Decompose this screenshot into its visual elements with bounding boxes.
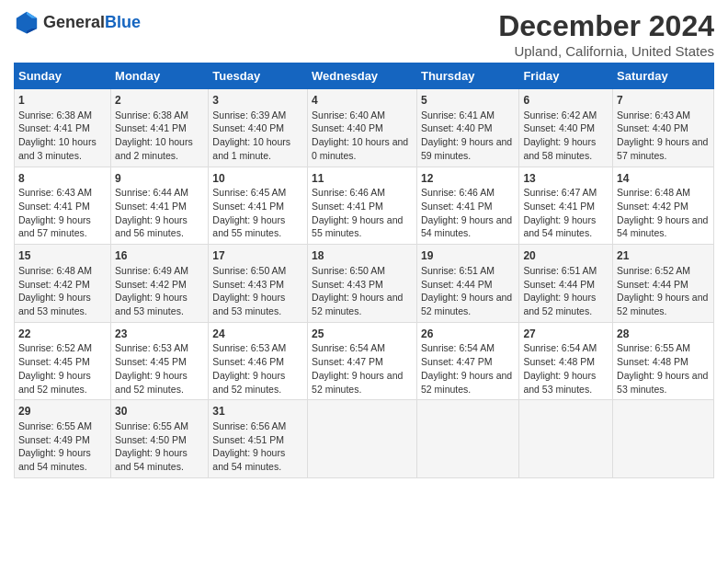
sunset-text: Sunset: 4:40 PM (421, 122, 493, 133)
sunset-text: Sunset: 4:41 PM (18, 201, 90, 212)
sunset-text: Sunset: 4:41 PM (421, 201, 493, 212)
day-number: 18 (312, 248, 413, 264)
daylight-text: Daylight: 9 hours and 52 minutes. (421, 292, 512, 316)
daylight-text: Daylight: 9 hours and 59 minutes. (421, 136, 512, 161)
daylight-text: Daylight: 10 hours and 1 minute. (212, 136, 290, 161)
sunset-text: Sunset: 4:43 PM (312, 279, 383, 290)
calendar-cell (416, 400, 518, 478)
calendar-cell: 22Sunrise: 6:52 AMSunset: 4:45 PMDayligh… (15, 322, 111, 400)
calendar-cell: 21Sunrise: 6:52 AMSunset: 4:44 PMDayligh… (613, 245, 714, 323)
week-row-4: 22Sunrise: 6:52 AMSunset: 4:45 PMDayligh… (15, 322, 714, 400)
calendar-cell: 9Sunrise: 6:44 AMSunset: 4:41 PMDaylight… (111, 167, 209, 245)
sunrise-text: Sunrise: 6:38 AM (18, 109, 92, 121)
calendar-cell: 25Sunrise: 6:54 AMSunset: 4:47 PMDayligh… (308, 322, 417, 400)
daylight-text: Daylight: 9 hours and 55 minutes. (312, 214, 403, 239)
day-number: 4 (312, 93, 413, 109)
week-row-2: 8Sunrise: 6:43 AMSunset: 4:41 PMDaylight… (15, 167, 714, 245)
daylight-text: Daylight: 9 hours and 52 minutes. (312, 292, 403, 316)
daylight-text: Daylight: 9 hours and 52 minutes. (212, 370, 285, 395)
calendar-header: SundayMondayTuesdayWednesdayThursdayFrid… (15, 63, 714, 89)
sunrise-text: Sunrise: 6:53 AM (115, 342, 188, 353)
daylight-text: Daylight: 9 hours and 52 minutes. (18, 370, 91, 395)
daylight-text: Daylight: 9 hours and 53 minutes. (212, 292, 285, 316)
sunrise-text: Sunrise: 6:46 AM (312, 187, 385, 198)
header-day-wednesday: Wednesday (308, 63, 417, 89)
calendar-cell: 26Sunrise: 6:54 AMSunset: 4:47 PMDayligh… (416, 322, 518, 400)
daylight-text: Daylight: 9 hours and 54 minutes. (212, 447, 285, 472)
sunrise-text: Sunrise: 6:39 AM (212, 109, 286, 121)
day-number: 21 (617, 248, 710, 264)
sunrise-text: Sunrise: 6:41 AM (421, 109, 495, 121)
sunrise-text: Sunrise: 6:55 AM (115, 420, 188, 431)
sunset-text: Sunset: 4:47 PM (312, 356, 383, 367)
calendar-cell: 15Sunrise: 6:48 AMSunset: 4:42 PMDayligh… (15, 245, 111, 323)
day-number: 9 (115, 171, 204, 187)
day-number: 12 (421, 171, 515, 187)
header-day-sunday: Sunday (15, 63, 111, 89)
daylight-text: Daylight: 9 hours and 53 minutes. (617, 370, 708, 395)
header-day-tuesday: Tuesday (209, 63, 308, 89)
sunset-text: Sunset: 4:40 PM (312, 122, 383, 133)
day-number: 27 (523, 327, 609, 342)
day-number: 15 (18, 248, 107, 264)
sunrise-text: Sunrise: 6:42 AM (523, 109, 597, 121)
calendar-cell: 20Sunrise: 6:51 AMSunset: 4:44 PMDayligh… (519, 245, 613, 323)
sunset-text: Sunset: 4:42 PM (115, 279, 187, 290)
daylight-text: Daylight: 9 hours and 54 minutes. (617, 214, 708, 239)
week-row-1: 1Sunrise: 6:38 AMSunset: 4:41 PMDaylight… (15, 89, 714, 167)
sunset-text: Sunset: 4:45 PM (18, 356, 90, 367)
day-number: 17 (212, 248, 303, 264)
sunrise-text: Sunrise: 6:45 AM (212, 187, 286, 198)
sunrise-text: Sunrise: 6:46 AM (421, 187, 495, 198)
sunrise-text: Sunrise: 6:50 AM (312, 265, 385, 276)
daylight-text: Daylight: 9 hours and 52 minutes. (421, 370, 512, 395)
calendar-cell: 6Sunrise: 6:42 AMSunset: 4:40 PMDaylight… (519, 89, 613, 167)
sunset-text: Sunset: 4:42 PM (18, 279, 90, 290)
header-day-thursday: Thursday (416, 63, 518, 89)
calendar-cell: 29Sunrise: 6:55 AMSunset: 4:49 PMDayligh… (15, 400, 111, 478)
sunset-text: Sunset: 4:40 PM (617, 122, 688, 133)
day-number: 7 (617, 93, 710, 109)
day-number: 2 (115, 93, 204, 109)
sunset-text: Sunset: 4:40 PM (523, 122, 595, 133)
sunset-text: Sunset: 4:44 PM (421, 279, 493, 290)
daylight-text: Daylight: 9 hours and 52 minutes. (617, 292, 708, 316)
sunrise-text: Sunrise: 6:47 AM (523, 187, 597, 198)
day-number: 11 (312, 171, 413, 187)
day-number: 31 (212, 404, 303, 419)
daylight-text: Daylight: 10 hours and 3 minutes. (18, 136, 97, 161)
daylight-text: Daylight: 9 hours and 57 minutes. (617, 136, 708, 161)
title-block: December 2024 Upland, California, United… (498, 9, 714, 59)
calendar-cell: 27Sunrise: 6:54 AMSunset: 4:48 PMDayligh… (519, 322, 613, 400)
sunrise-text: Sunrise: 6:48 AM (617, 187, 690, 198)
header: GeneralBlue December 2024 Upland, Califo… (14, 9, 714, 59)
calendar-cell: 31Sunrise: 6:56 AMSunset: 4:51 PMDayligh… (209, 400, 308, 478)
day-number: 1 (18, 93, 107, 109)
daylight-text: Daylight: 9 hours and 55 minutes. (212, 214, 285, 239)
calendar-cell: 7Sunrise: 6:43 AMSunset: 4:40 PMDaylight… (613, 89, 714, 167)
week-row-3: 15Sunrise: 6:48 AMSunset: 4:42 PMDayligh… (15, 245, 714, 323)
logo-general: General (43, 13, 105, 31)
calendar-cell: 4Sunrise: 6:40 AMSunset: 4:40 PMDaylight… (308, 89, 417, 167)
calendar-cell: 24Sunrise: 6:53 AMSunset: 4:46 PMDayligh… (209, 322, 308, 400)
sunrise-text: Sunrise: 6:50 AM (212, 265, 286, 276)
calendar-cell (519, 400, 613, 478)
sunrise-text: Sunrise: 6:44 AM (115, 187, 188, 198)
sunrise-text: Sunrise: 6:52 AM (617, 265, 690, 276)
sunset-text: Sunset: 4:48 PM (523, 356, 595, 367)
day-number: 19 (421, 248, 515, 264)
svg-marker-0 (17, 12, 37, 34)
calendar-cell (308, 400, 417, 478)
page-container: GeneralBlue December 2024 Upland, Califo… (0, 0, 728, 488)
sunset-text: Sunset: 4:42 PM (617, 201, 688, 212)
sunrise-text: Sunrise: 6:56 AM (212, 420, 286, 431)
sunrise-text: Sunrise: 6:54 AM (421, 342, 495, 353)
calendar-cell: 2Sunrise: 6:38 AMSunset: 4:41 PMDaylight… (111, 89, 209, 167)
daylight-text: Daylight: 9 hours and 52 minutes. (115, 370, 188, 395)
sunrise-text: Sunrise: 6:55 AM (617, 342, 690, 353)
calendar-cell: 1Sunrise: 6:38 AMSunset: 4:41 PMDaylight… (15, 89, 111, 167)
day-number: 30 (115, 404, 204, 419)
header-day-monday: Monday (111, 63, 209, 89)
calendar-cell: 14Sunrise: 6:48 AMSunset: 4:42 PMDayligh… (613, 167, 714, 245)
logo-text: GeneralBlue (43, 13, 141, 32)
